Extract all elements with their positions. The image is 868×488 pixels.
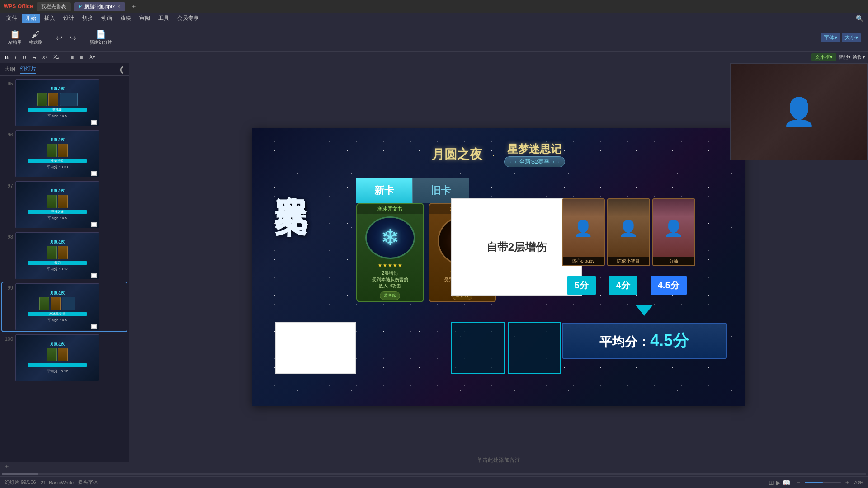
menu-file[interactable]: 文件	[3, 14, 21, 23]
slide-item-97[interactable]: 97 月圆之夜 死神之镰 平均分：4.5	[2, 180, 127, 229]
slide-thumb-99[interactable]: 月圆之夜 寒冰咒文书 平均分：4.5	[15, 283, 99, 330]
thumb-card-100-1	[47, 348, 57, 361]
slide-num-98: 98	[3, 234, 13, 239]
slide-thumb-100[interactable]: 月圆之夜 平均分：3.17	[15, 334, 99, 381]
align-left-button[interactable]: ≡	[69, 54, 76, 61]
thumb-card-2	[48, 93, 58, 106]
panel-collapse-button[interactable]: ❮	[118, 65, 124, 74]
slide-num-96: 96	[3, 132, 13, 137]
menu-tools[interactable]: 工具	[155, 14, 173, 23]
slide-item-95[interactable]: 95 月圆之夜 蓝魂镰 平均分：4.5	[2, 78, 127, 127]
new-slide-label: 新建幻灯片	[90, 39, 112, 46]
slides-tab[interactable]: 幻灯片	[20, 65, 36, 74]
tab-close-icon[interactable]: ✕	[117, 4, 121, 9]
new-card[interactable]: 寒冰咒文书 ❄ ★★★★★ 2层增伤 受到本随从伤害的 敌人-3攻击 装备席	[356, 203, 424, 302]
zoom-control: － ＋ 70%	[794, 479, 863, 487]
thumb-blue-bar-95: 蓝魂镰	[28, 108, 87, 112]
align-center-button[interactable]: ≡	[78, 54, 85, 61]
thumb-blue-bar-100	[28, 363, 87, 367]
tab-pinned[interactable]: 双栏先售表	[37, 2, 71, 11]
tab-active[interactable]: P 胭脂斗鱼.pptx ✕	[74, 2, 125, 11]
slide-panel-header: 大纲 幻灯片 ❮	[0, 63, 129, 76]
new-card-tab[interactable]: 新卡	[356, 178, 412, 203]
thumb-blue-bar-98: 餐刃	[28, 261, 87, 265]
tab-active-label: 胭脂斗鱼.pptx	[84, 3, 115, 10]
font-size-input[interactable]: 大小▾	[842, 33, 861, 42]
text-color-button[interactable]: A▾	[87, 54, 98, 61]
strikethrough-button[interactable]: S	[30, 54, 38, 61]
divider-line	[562, 366, 727, 366]
format-painter-button[interactable]: 🖌 格式刷	[26, 29, 45, 47]
score-badge-1: 5分	[567, 276, 596, 295]
thumb-blue-bar-97: 死神之镰	[28, 210, 87, 214]
slide-thumb-96[interactable]: 月圆之夜 生命符节 平均分：3.33	[15, 130, 99, 177]
score-badge-3: 4.5分	[651, 276, 687, 295]
snowflake-icon-1: ❄	[381, 225, 400, 251]
superscript-button[interactable]: X²	[40, 54, 49, 61]
menu-review[interactable]: 审阅	[136, 14, 154, 23]
thumb-score-100: 平均分：3.17	[47, 369, 68, 374]
judge-card-3: 👤 分插	[652, 198, 695, 266]
judges-photos-row: 👤 随心o baby 👤 陈依小智哥 👤 分插	[562, 198, 727, 266]
text-box-button[interactable]: 文本框▾	[811, 53, 836, 61]
search-icon[interactable]: 🔍	[854, 15, 865, 22]
scores-row: 5分 4分 4.5分	[562, 273, 727, 298]
judge-name-1: 随心o baby	[563, 257, 604, 265]
reading-view-button[interactable]: 📖	[783, 479, 790, 486]
horizontal-scrollbar[interactable]	[0, 471, 868, 476]
font-name-input[interactable]: 字体▾	[821, 33, 840, 42]
thumb-score-99: 平均分：4.5	[47, 318, 67, 323]
card1-header: 寒冰咒文书	[357, 204, 423, 214]
draw-button[interactable]: 绘图▾	[853, 54, 865, 61]
slide-thumb-98[interactable]: 月圆之夜 餐刃 平均分：3.17	[15, 232, 99, 279]
paste-button[interactable]: 📋 粘贴用	[5, 29, 24, 47]
judge-face-3: 👤	[664, 219, 684, 238]
redo-button[interactable]: ↪	[67, 33, 79, 43]
thumb-card-96-1	[47, 144, 57, 157]
menu-animation[interactable]: 动画	[98, 14, 116, 23]
webcam-overlay: 👤	[730, 63, 868, 160]
zoom-in-button[interactable]: ＋	[843, 479, 852, 487]
menu-home[interactable]: 开始	[22, 14, 40, 23]
menu-vip[interactable]: 会员专享	[174, 14, 203, 23]
thumb-cards-95	[37, 93, 78, 106]
slideshow-view-button[interactable]: ▶	[776, 479, 781, 486]
redo-icon: ↪	[70, 34, 76, 42]
bottom-left-box	[275, 322, 356, 374]
subscript-button[interactable]: X₂	[51, 54, 61, 61]
zoom-out-button[interactable]: －	[794, 479, 803, 487]
thumb-score-98: 平均分：3.17	[47, 267, 68, 272]
thumb-card-96-2	[58, 144, 68, 157]
menu-slideshow[interactable]: 放映	[117, 14, 135, 23]
menu-insert[interactable]: 插入	[41, 14, 59, 23]
underline-button[interactable]: U	[20, 54, 28, 61]
format-bar: B I U S X² X₂ ≡ ≡ A▾ 文本框▾ 智能▾ 绘图▾	[0, 52, 868, 63]
new-slide-button[interactable]: 📄 新建幻灯片	[87, 29, 115, 47]
slide-thumb-95[interactable]: 月圆之夜 蓝魂镰 平均分：4.5	[15, 79, 99, 126]
outline-tab[interactable]: 大纲	[5, 66, 15, 73]
menu-design[interactable]: 设计	[60, 14, 78, 23]
add-slide-button[interactable]: ＋	[4, 462, 10, 470]
thumb-white-box-97	[91, 222, 97, 227]
new-tab-button[interactable]: ＋	[129, 2, 139, 10]
thumb-cards-98	[47, 246, 68, 259]
bold-button[interactable]: B	[3, 54, 11, 61]
slide-num-100: 100	[3, 336, 13, 342]
thumb-white-box-99	[91, 324, 97, 329]
menu-transition[interactable]: 切换	[79, 14, 97, 23]
slide-item-99[interactable]: 99 月圆之夜 寒冰咒文书 平均分：4.5	[2, 282, 127, 331]
slide-canvas[interactable]: 月圆之夜 · 星梦迷思记 ·→ 全新S2赛季 ←· 寒冰咒文书 新卡 旧卡 寒冰…	[252, 128, 745, 406]
undo-button[interactable]: ↩	[53, 33, 65, 43]
slide-item-100[interactable]: 100 月圆之夜 平均分：3.17	[2, 333, 127, 382]
judge-score-1: 5分	[562, 273, 601, 298]
slide-item-98[interactable]: 98 月圆之夜 餐刃 平均分：3.17	[2, 231, 127, 280]
normal-view-button[interactable]: ⊞	[769, 479, 774, 486]
scrollbar-thumb[interactable]	[2, 473, 38, 475]
ai-button[interactable]: 智能▾	[838, 54, 851, 61]
bottom-mid-box1	[451, 322, 505, 374]
slide-thumb-97[interactable]: 月圆之夜 死神之镰 平均分：4.5	[15, 181, 99, 228]
italic-button[interactable]: I	[13, 54, 19, 61]
thumb-blue-bar-99: 寒冰咒文书	[28, 312, 87, 316]
slide-item-96[interactable]: 96 月圆之夜 生命符节 平均分：3.33	[2, 129, 127, 178]
main-content: 大纲 幻灯片 ❮ 95 月圆之夜	[0, 63, 868, 471]
